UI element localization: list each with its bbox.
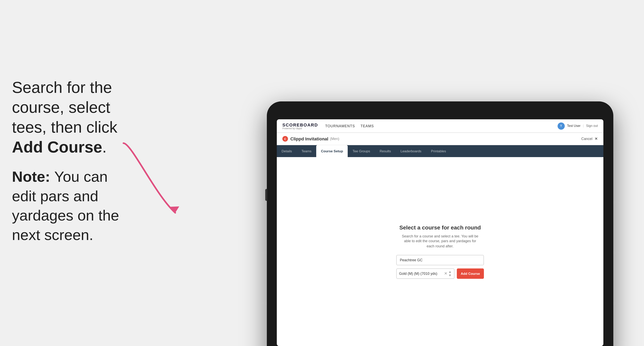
tournament-header: C Clippd Invitational (Men) Cancel ✕ <box>277 133 604 145</box>
cancel-x-icon: ✕ <box>594 137 598 141</box>
tab-tee-groups[interactable]: Tee Groups <box>348 145 375 157</box>
nav-bar: SCOREBOARD Powered by clippd TOURNAMENTS… <box>277 119 604 133</box>
tab-printables[interactable]: Printables <box>426 145 451 157</box>
tee-select-controls: ✕ ▲ ▼ <box>444 270 452 277</box>
add-course-bold: Add Course <box>12 138 102 156</box>
course-select-description: Search for a course and select a tee. Yo… <box>400 234 480 249</box>
cancel-label: Cancel <box>581 137 592 141</box>
tablet-frame: SCOREBOARD Powered by clippd TOURNAMENTS… <box>267 101 613 346</box>
tablet-screen: SCOREBOARD Powered by clippd TOURNAMENTS… <box>277 119 604 346</box>
nav-username: Test User <box>567 124 581 128</box>
note-label: Note: <box>12 168 54 185</box>
tournament-icon: C <box>282 136 288 142</box>
course-search-input[interactable] <box>396 255 484 265</box>
main-content: Select a course for each round Search fo… <box>277 157 604 346</box>
tab-details[interactable]: Details <box>277 145 297 157</box>
cancel-button[interactable]: Cancel ✕ <box>581 137 598 141</box>
nav-teams[interactable]: TEAMS <box>361 124 374 128</box>
annotation-area: Search for thecourse, selecttees, then c… <box>12 78 128 245</box>
tournament-tag: (Men) <box>330 137 339 141</box>
tab-course-setup[interactable]: Course Setup <box>316 145 348 157</box>
signout-link[interactable]: Sign out <box>586 124 598 128</box>
tee-arrows-icon[interactable]: ▲ ▼ <box>448 270 452 277</box>
annotation-note-text: Note: You can edit pars and yardages on … <box>12 167 128 245</box>
tab-bar: Details Teams Course Setup Tee Groups Re… <box>277 145 604 157</box>
arrow-annotation <box>116 135 219 223</box>
logo-area: SCOREBOARD Powered by clippd <box>282 122 318 130</box>
course-select-title: Select a course for each round <box>399 224 481 230</box>
user-avatar: T <box>558 122 565 130</box>
nav-divider: | <box>583 124 584 128</box>
tab-leaderboards[interactable]: Leaderboards <box>396 145 426 157</box>
tab-results[interactable]: Results <box>375 145 396 157</box>
svg-marker-0 <box>169 206 179 213</box>
tournament-name: Clippd Invitational <box>290 136 328 141</box>
scoreboard-logo: SCOREBOARD <box>282 122 318 127</box>
tee-select-value: Gold (M) (M) (7010 yds) <box>399 272 444 276</box>
annotation-search-text: Search for thecourse, selecttees, then c… <box>12 78 128 157</box>
tee-select-wrapper[interactable]: Gold (M) (M) (7010 yds) ✕ ▲ ▼ <box>396 269 454 279</box>
nav-tournaments[interactable]: TOURNAMENTS <box>325 124 355 128</box>
tab-teams[interactable]: Teams <box>297 145 316 157</box>
nav-right: T Test User | Sign out <box>558 122 598 130</box>
logo-subtitle: Powered by clippd <box>282 127 318 130</box>
tee-clear-icon[interactable]: ✕ <box>444 272 447 276</box>
tee-select-row: Gold (M) (M) (7010 yds) ✕ ▲ ▼ Add Course <box>396 269 484 279</box>
add-course-button[interactable]: Add Course <box>457 269 484 279</box>
